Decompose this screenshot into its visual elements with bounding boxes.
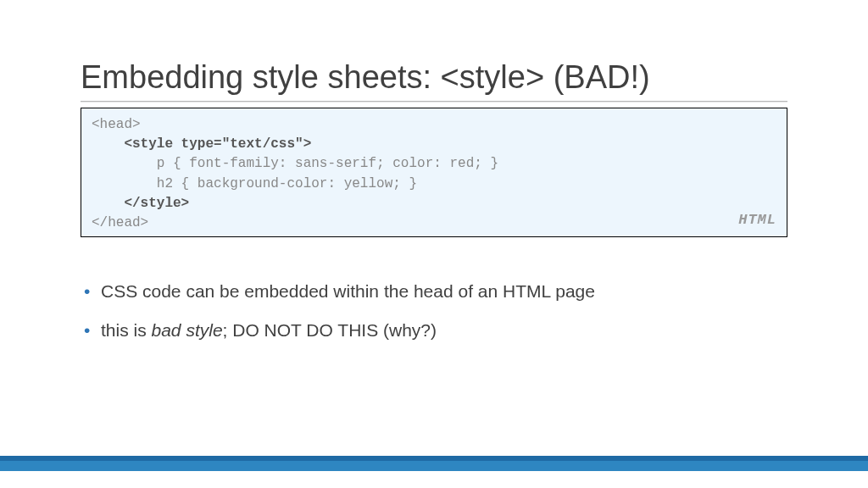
bullet-2-pre: this is: [101, 320, 152, 340]
footer-accent-bar: [0, 456, 868, 471]
code-line-3: p { font-family: sans-serif; color: red;…: [92, 156, 498, 171]
bullet-2-post: ; DO NOT DO THIS (why?): [223, 320, 437, 340]
code-content: <head> <style type="text/css"> p { font-…: [92, 115, 776, 233]
bullet-item-1: CSS code can be embedded within the head…: [101, 280, 787, 303]
code-line-6: </head>: [92, 215, 148, 230]
title-underline: [81, 101, 787, 103]
bullet-item-2: this is bad style; DO NOT DO THIS (why?): [101, 319, 787, 342]
footer-bar-light: [0, 461, 868, 471]
code-language-badge: HTML: [738, 210, 776, 231]
bullet-list: CSS code can be embedded within the head…: [81, 280, 787, 343]
code-line-2: <style type="text/css">: [92, 136, 311, 152]
code-line-4: h2 { background-color: yellow; }: [92, 176, 417, 191]
code-block: <head> <style type="text/css"> p { font-…: [81, 108, 787, 237]
bullet-2-em: bad style: [152, 320, 223, 340]
code-line-1: <head>: [92, 117, 141, 132]
slide: Embedding style sheets: <style> (BAD!) <…: [0, 0, 868, 488]
code-line-5: </style>: [92, 196, 189, 211]
slide-title: Embedding style sheets: <style> (BAD!): [81, 59, 787, 96]
